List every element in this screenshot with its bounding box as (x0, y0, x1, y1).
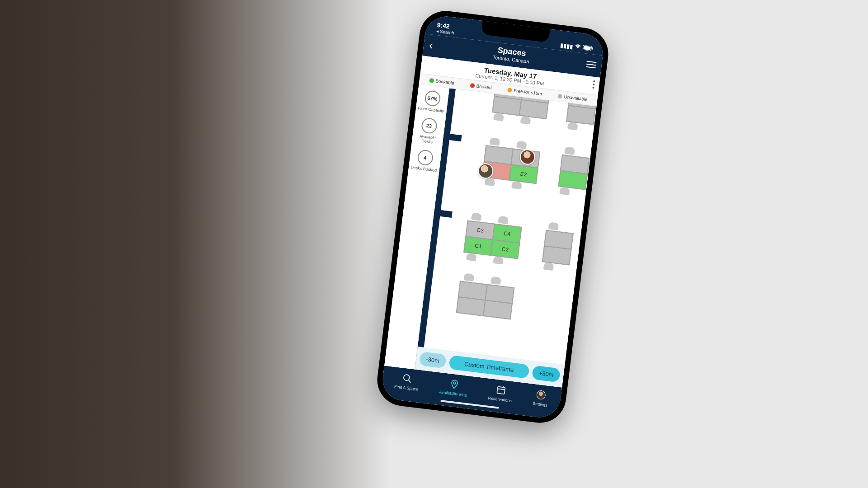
legend-bookable: Bookable (429, 78, 455, 86)
legend-free-short: Free for <15m (507, 87, 542, 96)
svg-line-7 (497, 389, 505, 389)
nav-settings[interactable]: Settings (533, 389, 549, 408)
desk-c2[interactable]: C2 (491, 239, 520, 258)
booked-dot-icon (470, 83, 475, 88)
desk-c1[interactable]: C1 (464, 236, 493, 255)
wifi-icon (574, 43, 581, 51)
nav-find-space[interactable]: Find A Space (394, 371, 420, 391)
signal-icon: ▮▮▮▮ (560, 42, 573, 50)
hamburger-menu-icon[interactable] (586, 61, 597, 68)
nav-reservations[interactable]: Reservations (488, 383, 514, 403)
search-icon (401, 372, 414, 385)
profile-avatar-icon (535, 389, 547, 401)
free-short-dot-icon (507, 87, 512, 92)
plus-30m-button[interactable]: +30m (532, 365, 561, 382)
calendar-icon (495, 384, 507, 396)
svg-rect-6 (497, 387, 505, 394)
svg-rect-2 (592, 47, 593, 49)
battery-icon (582, 45, 593, 52)
svg-line-4 (408, 380, 411, 383)
legend-booked: Booked (470, 83, 492, 90)
desk-cluster-c: C3 C4 C1 C2 (463, 220, 522, 259)
bookable-dot-icon (429, 78, 434, 83)
stat-available-desks[interactable]: 23 Available Desks (413, 117, 444, 145)
minus-30m-button[interactable]: -30m (419, 352, 447, 369)
nav-availability-map[interactable]: Availability Map (439, 377, 469, 398)
stat-floor-capacity[interactable]: 67% Floor Capacity (418, 89, 446, 113)
svg-rect-1 (583, 46, 591, 50)
desk-e2[interactable]: E2 (509, 164, 538, 183)
map-pin-icon (448, 378, 460, 390)
unavailable-dot-icon (557, 94, 562, 99)
stat-desks-booked[interactable]: 4 Desks Booked (410, 148, 439, 173)
legend-unavailable: Unavailable (557, 94, 588, 102)
back-button[interactable]: ‹ (429, 39, 434, 51)
desk-cluster-e: E3 E2 (481, 145, 540, 184)
svg-point-5 (453, 382, 456, 384)
